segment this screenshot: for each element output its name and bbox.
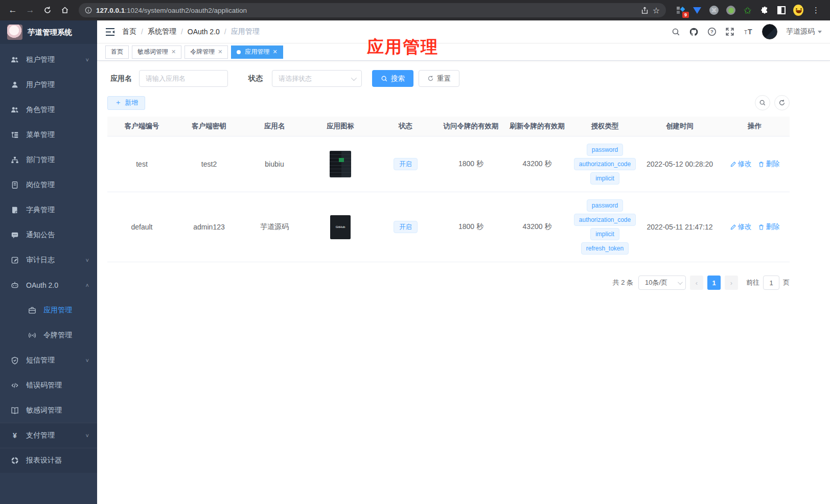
status-label: 状态 bbox=[248, 74, 263, 83]
page-suffix: 页 bbox=[783, 278, 790, 287]
share-icon[interactable] bbox=[641, 7, 649, 14]
sidebar-item-字典管理[interactable]: 字典管理 bbox=[0, 197, 97, 222]
client-id: default bbox=[131, 223, 152, 231]
extension-gem-icon[interactable] bbox=[692, 5, 702, 15]
sidebar-item-应用管理[interactable]: 应用管理 bbox=[0, 297, 97, 323]
menu-tree-icon bbox=[11, 131, 19, 139]
theme-toggle-icon[interactable] bbox=[776, 5, 787, 15]
fullscreen-icon[interactable] bbox=[725, 27, 734, 36]
reset-button[interactable]: 重置 bbox=[419, 70, 459, 87]
app-title: 芋道管理系统 bbox=[28, 28, 72, 37]
breadcrumb: 首页/ 系统管理/ OAuth 2.0/ 应用管理 bbox=[122, 27, 260, 36]
column-header-创建时间: 创建时间 bbox=[640, 117, 720, 136]
svg-text:?: ? bbox=[710, 29, 713, 34]
refresh-table-button[interactable] bbox=[774, 95, 790, 110]
breadcrumb-system[interactable]: 系统管理 bbox=[148, 27, 176, 36]
book-icon bbox=[11, 406, 19, 415]
page-content: 应用名 状态 请选择状态 搜索 重置 ＋新增 bbox=[97, 61, 830, 504]
breadcrumb-home[interactable]: 首页 bbox=[122, 27, 136, 36]
goto-label: 前往 bbox=[746, 278, 759, 287]
column-header-应用图标: 应用图标 bbox=[307, 117, 374, 136]
browser-address-bar[interactable]: 127.0.0.1:1024/system/oauth2/oauth2/appl… bbox=[79, 3, 666, 17]
status-select[interactable]: 请选择状态 bbox=[272, 70, 362, 87]
access-token-ttl: 1800 秒 bbox=[458, 222, 483, 232]
browser-home-button[interactable] bbox=[57, 3, 73, 18]
sidebar-item-用户管理[interactable]: 用户管理 bbox=[0, 72, 97, 97]
sidebar-item-部门管理[interactable]: 部门管理 bbox=[0, 147, 97, 172]
svg-text:T: T bbox=[748, 28, 752, 36]
close-icon[interactable]: ✕ bbox=[218, 49, 222, 55]
table-row: testtest2biubiu开启1800 秒43200 秒passwordau… bbox=[107, 136, 790, 192]
sidebar-item-审计日志[interactable]: 审计日志˅ bbox=[0, 247, 97, 272]
sidebar-item-菜单管理[interactable]: 菜单管理 bbox=[0, 122, 97, 147]
show-search-toggle-button[interactable] bbox=[755, 95, 770, 110]
shield-icon bbox=[11, 356, 19, 364]
tab-应用管理[interactable]: 应用管理✕ bbox=[231, 45, 283, 59]
page-size-select[interactable]: 10条/页 bbox=[638, 276, 686, 290]
search-button[interactable]: 搜索 bbox=[372, 70, 413, 87]
sidebar-item-令牌管理[interactable]: 令牌管理 bbox=[0, 323, 97, 348]
goto-page-input[interactable] bbox=[763, 276, 779, 290]
help-icon[interactable]: ? bbox=[707, 27, 717, 36]
tab-首页[interactable]: 首页 bbox=[105, 45, 129, 59]
browser-profile-avatar[interactable] bbox=[793, 5, 803, 15]
current-page-button[interactable]: 1 bbox=[707, 276, 721, 290]
edit-button[interactable]: 修改 bbox=[730, 222, 752, 232]
browser-forward-button[interactable]: → bbox=[22, 3, 38, 18]
sidebar-item-错误码管理[interactable]: 错误码管理 bbox=[0, 373, 97, 398]
site-info-icon[interactable] bbox=[85, 7, 92, 14]
header-search-icon[interactable] bbox=[672, 28, 680, 36]
app-name-input[interactable] bbox=[139, 70, 228, 87]
extension-command-icon[interactable]: ⌘ bbox=[709, 5, 719, 15]
sidebar-item-岗位管理[interactable]: 岗位管理 bbox=[0, 172, 97, 197]
sidebar-item-租户管理[interactable]: 租户管理˅ bbox=[0, 47, 97, 72]
extension-record-icon[interactable] bbox=[726, 5, 736, 15]
sidebar-item-OAuth 2.0[interactable]: OAuth 2.0˄ bbox=[0, 272, 97, 297]
column-header-客户端编号: 客户端编号 bbox=[107, 117, 176, 136]
next-page-button[interactable]: › bbox=[725, 276, 738, 290]
client-secret: test2 bbox=[201, 160, 217, 168]
url-host: 127.0.0.1 bbox=[96, 7, 125, 14]
robot-icon bbox=[11, 281, 19, 289]
table-header-row: 客户端编号客户端密钥应用名应用图标状态访问令牌的有效期刷新令牌的有效期授权类型创… bbox=[107, 117, 790, 136]
delete-button[interactable]: 删除 bbox=[758, 159, 780, 169]
user-avatar[interactable] bbox=[762, 24, 777, 39]
breadcrumb-oauth[interactable]: OAuth 2.0 bbox=[188, 28, 220, 36]
sidebar-item-角色管理[interactable]: 角色管理 bbox=[0, 97, 97, 122]
browser-back-button[interactable]: ← bbox=[5, 3, 20, 18]
close-icon[interactable]: ✕ bbox=[171, 49, 176, 55]
badge-icon bbox=[11, 181, 19, 189]
grant-types: passwordauthorization_codeimplicitrefres… bbox=[574, 195, 636, 259]
sidebar-item-报表设计器[interactable]: 报表设计器 bbox=[0, 448, 97, 473]
sidebar-item-支付管理[interactable]: ¥支付管理˅ bbox=[0, 423, 97, 448]
app-name: 芋道源码 bbox=[260, 222, 289, 232]
browser-extensions: 9 ⌘ ✩ ⋮ bbox=[672, 5, 825, 15]
github-icon[interactable] bbox=[689, 27, 699, 37]
browser-menu-icon[interactable]: ⋮ bbox=[810, 6, 822, 15]
refresh-token-ttl: 43200 秒 bbox=[523, 222, 552, 232]
delete-button[interactable]: 删除 bbox=[758, 222, 780, 232]
code-icon bbox=[11, 381, 19, 390]
browser-refresh-button[interactable] bbox=[40, 3, 55, 18]
sidebar-item-敏感词管理[interactable]: 敏感词管理 bbox=[0, 398, 97, 423]
tab-敏感词管理[interactable]: 敏感词管理✕ bbox=[132, 45, 181, 59]
add-button[interactable]: ＋新增 bbox=[107, 96, 145, 110]
sidebar-item-通知公告[interactable]: 通知公告 bbox=[0, 222, 97, 247]
browser-chrome: ← → 127.0.0.1:1024/system/oauth2/oauth2/… bbox=[0, 0, 830, 20]
created-time: 2022-05-11 21:47:12 bbox=[647, 223, 713, 231]
extension-star-icon[interactable]: ✩ bbox=[743, 5, 753, 15]
column-header-应用名: 应用名 bbox=[242, 117, 307, 136]
user-menu[interactable]: 芋道源码 bbox=[786, 27, 822, 36]
edit-button[interactable]: 修改 bbox=[730, 159, 752, 169]
extensions-puzzle-icon[interactable] bbox=[759, 5, 770, 15]
close-icon[interactable]: ✕ bbox=[272, 49, 277, 55]
prev-page-button[interactable]: ‹ bbox=[690, 276, 703, 290]
chevron-down-icon: ˅ bbox=[86, 57, 89, 63]
extension-grid-icon[interactable]: 9 bbox=[675, 5, 685, 15]
tab-令牌管理[interactable]: 令牌管理✕ bbox=[185, 45, 228, 59]
bookmark-star-icon[interactable]: ☆ bbox=[653, 6, 660, 15]
grant-type-tag: password bbox=[587, 144, 623, 156]
font-size-icon[interactable]: TT bbox=[743, 27, 753, 36]
sidebar-collapse-icon[interactable] bbox=[105, 28, 115, 36]
sidebar-item-短信管理[interactable]: 短信管理˅ bbox=[0, 348, 97, 373]
